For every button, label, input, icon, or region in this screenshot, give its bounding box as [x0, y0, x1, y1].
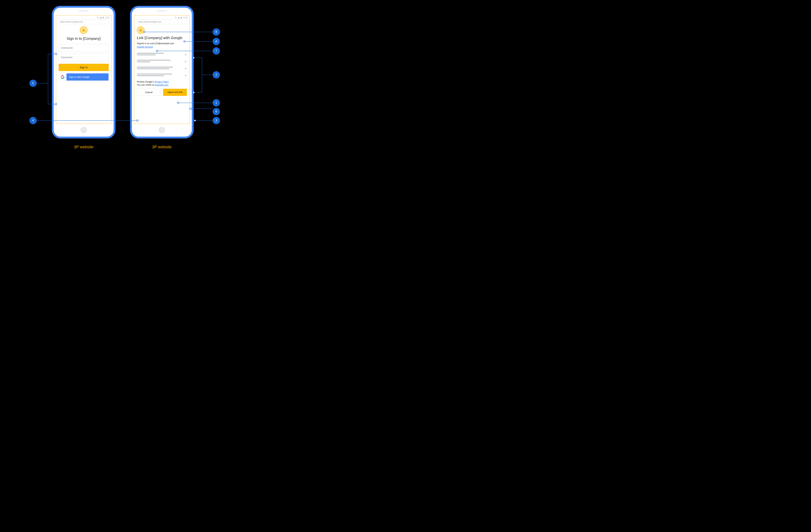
status-bar: 12:30	[56, 16, 111, 19]
annotation-badge-3: 3	[213, 117, 220, 124]
clock: 12:30	[105, 17, 109, 19]
chevron-down-icon: ⌄	[184, 73, 187, 77]
google-logo-icon	[59, 73, 66, 80]
annotation-badge-6: 6	[213, 108, 220, 115]
screen-1: 12:30 https://www.example.com Sign in to…	[56, 15, 111, 124]
home-button[interactable]	[80, 127, 87, 133]
connectors	[0, 0, 249, 164]
privacy-policy-link[interactable]: Privacy Policy	[154, 80, 169, 83]
chevron-down-icon: ⌄	[184, 59, 187, 63]
wifi-icon	[97, 17, 98, 19]
signin-title: Sign in to [Company]	[59, 36, 109, 41]
company-logo-icon	[80, 26, 88, 34]
svg-point-25	[194, 120, 196, 121]
permission-row[interactable]: ⌄	[137, 58, 187, 65]
permission-row[interactable]: ⌄	[137, 51, 187, 58]
annotation-badge-7: 7	[213, 47, 220, 55]
phone-speaker	[157, 10, 167, 12]
chevron-down-icon: ⌄	[184, 52, 187, 56]
annotation-badge-8: 8	[213, 28, 220, 35]
battery-icon	[180, 17, 182, 19]
status-bar: 12:30	[134, 16, 189, 19]
annotation-badge-5: 5	[29, 80, 37, 87]
phone-signin: 12:30 https://www.example.com Sign in to…	[52, 6, 116, 138]
phone-speaker	[78, 10, 89, 12]
clock: 12:30	[183, 17, 188, 19]
url-bar[interactable]: https://www.example.com	[136, 19, 188, 24]
google-signin-button[interactable]: Sign in with Google	[59, 73, 109, 81]
privacy-review: Review Google's Privacy Policy	[137, 80, 187, 83]
change-account-link[interactable]: change account	[137, 46, 153, 48]
screen-2: 12:30 https://www.example.com Link [Comp…	[134, 15, 189, 124]
annotation-badge-4: 4	[29, 117, 37, 124]
signin-button[interactable]: Sign In	[59, 64, 109, 71]
signed-in-text: Signed in as user123@example.com	[137, 42, 187, 45]
phone-consent: 12:30 https://www.example.com Link [Comp…	[130, 6, 194, 138]
annotation-badge-A: A	[213, 38, 220, 45]
permissions-list: ⌄ ⌄ ⌄ ⌄	[137, 51, 187, 79]
cancel-button[interactable]: Cancel	[137, 89, 161, 96]
permission-row[interactable]: ⌄	[137, 65, 187, 72]
annotation-badge-2: 2	[213, 71, 220, 78]
annotation-badge-1: 1	[213, 99, 220, 106]
caption-left: 3P website	[52, 145, 116, 149]
home-button[interactable]	[158, 127, 165, 133]
google-signin-label: Sign in with Google	[66, 73, 108, 80]
unlink-link[interactable]: example.com	[155, 83, 168, 86]
password-field[interactable]: Password	[59, 54, 109, 61]
chevron-down-icon: ⌄	[184, 66, 187, 70]
signal-icon	[100, 17, 102, 19]
consent-title: Link [Company] with Google	[137, 36, 187, 40]
caption-right: 3P website	[130, 145, 194, 149]
unlink-info: You can unlink at example.com	[137, 83, 187, 86]
agree-button[interactable]: Agree and link	[163, 89, 187, 96]
url-bar[interactable]: https://www.example.com	[58, 19, 110, 24]
username-field[interactable]: Username	[59, 44, 109, 52]
signal-icon	[178, 17, 180, 19]
wifi-icon	[175, 17, 177, 19]
permission-row[interactable]: ⌄	[137, 72, 187, 79]
company-logo-icon	[137, 26, 144, 34]
battery-icon	[102, 17, 104, 19]
